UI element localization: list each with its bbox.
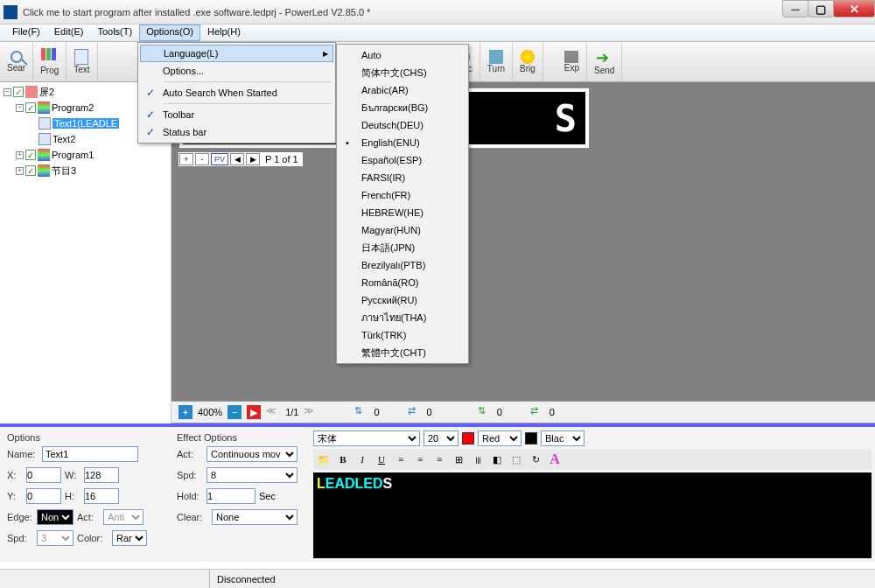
page-prev-button[interactable]: ◀ xyxy=(230,153,244,165)
lang-ar[interactable]: Arabic(AR) xyxy=(339,81,466,99)
minimize-button[interactable]: ─ xyxy=(782,0,808,18)
lang-ro[interactable]: Română(RO) xyxy=(339,274,466,291)
menu-file[interactable]: File(F) xyxy=(5,24,47,41)
align-right-button[interactable]: ≡ xyxy=(430,451,448,468)
tool-prog[interactable]: Prog xyxy=(33,43,66,81)
lang-fr[interactable]: French(FR) xyxy=(339,186,466,204)
edge-act-select[interactable]: Anti xyxy=(103,509,144,525)
align-left-button[interactable]: ≡ xyxy=(392,451,410,468)
tree-expand-icon[interactable]: + xyxy=(16,151,24,159)
size-select[interactable]: 20 xyxy=(424,430,458,446)
tool-text[interactable]: Text xyxy=(66,43,97,81)
tree-checkbox[interactable]: ✓ xyxy=(25,165,36,176)
bg-color-select[interactable]: Blac xyxy=(541,430,584,446)
tool-send[interactable]: ➔Send xyxy=(587,43,622,81)
tree-checkbox[interactable]: ✓ xyxy=(25,150,36,160)
lang-ru[interactable]: Русский(RU) xyxy=(339,291,466,309)
tree-root[interactable]: 屏2 xyxy=(39,86,54,99)
close-button[interactable]: ✕ xyxy=(833,0,875,18)
edge-spd-select[interactable]: 3 xyxy=(37,530,74,546)
lang-chs[interactable]: 简体中文(CHS) xyxy=(339,64,466,81)
tree-program1[interactable]: Program1 xyxy=(52,150,94,160)
text-effect-button[interactable]: A xyxy=(546,451,564,468)
lang-ir[interactable]: FARSI(IR) xyxy=(339,169,466,186)
lang-he[interactable]: HEBREW(HE) xyxy=(339,204,466,221)
lang-jpn[interactable]: 日本語(JPN) xyxy=(339,239,466,256)
menu-statusbar[interactable]: ✓Status bar xyxy=(140,123,333,141)
tree-text1[interactable]: Text1(LEADLE xyxy=(52,118,119,129)
spacing-button[interactable]: ⫼ xyxy=(469,451,486,468)
spd-select[interactable]: 8 xyxy=(206,467,298,483)
tree-checkbox[interactable]: ✓ xyxy=(25,102,36,113)
menu-autosearch[interactable]: ✓Auto Search When Started xyxy=(140,84,333,102)
text-color-select[interactable]: Red xyxy=(478,430,522,446)
menu-options-sub[interactable]: Options... xyxy=(140,62,333,80)
lang-tha[interactable]: ภาษาไทย(THA) xyxy=(339,309,466,326)
effect2-button[interactable]: ⬚ xyxy=(508,451,525,468)
lang-auto[interactable]: Auto xyxy=(339,46,466,64)
tree-item3[interactable]: 节目3 xyxy=(52,164,76,178)
page-add-button[interactable]: + xyxy=(179,153,193,165)
zoom-out-icon[interactable]: − xyxy=(228,405,242,419)
tool-search[interactable]: Sear xyxy=(0,43,33,81)
prev-frame-icon[interactable]: ≪ xyxy=(266,405,280,419)
tool-exp[interactable]: Exp xyxy=(557,43,587,81)
open-file-button[interactable]: 📁 xyxy=(315,451,332,468)
page-remove-button[interactable]: - xyxy=(195,153,209,165)
menu-language[interactable]: Language(L)▶ xyxy=(140,45,333,62)
underline-button[interactable]: U xyxy=(373,451,390,468)
program-icon xyxy=(38,102,50,114)
text-preview[interactable]: LEADLEDS xyxy=(313,472,872,558)
edge-select[interactable]: Non xyxy=(37,509,74,525)
tree-text2[interactable]: Text2 xyxy=(52,134,75,144)
page-next-button[interactable]: ▶ xyxy=(246,153,260,165)
lang-enu[interactable]: •English(ENU) xyxy=(339,134,466,151)
refresh-button[interactable]: ↻ xyxy=(527,451,544,468)
leftright-icon[interactable]: ⇄ xyxy=(408,405,422,419)
tree-expand-icon[interactable]: − xyxy=(4,88,11,96)
lang-ptb[interactable]: Brezilyalı(PTB) xyxy=(339,256,466,274)
hold-input[interactable] xyxy=(206,488,256,504)
menu-edit[interactable]: Edit(E) xyxy=(47,24,91,41)
play-icon[interactable]: ▶ xyxy=(247,405,261,419)
font-select[interactable]: 宋体 xyxy=(313,430,420,446)
lang-bg[interactable]: Български(BG) xyxy=(339,99,466,116)
updown-icon[interactable]: ⇅ xyxy=(478,405,492,419)
effect-section-title: Effect Options xyxy=(177,432,304,443)
bold-button[interactable]: B xyxy=(334,451,352,468)
tree-program2[interactable]: Program2 xyxy=(52,102,94,113)
lang-deu[interactable]: Deutsch(DEU) xyxy=(339,116,466,134)
page-info: P 1 of 1 xyxy=(262,154,302,164)
act-select[interactable]: Continuous mov xyxy=(206,446,298,462)
tool-turn[interactable]: Turn xyxy=(480,43,513,81)
updown-icon[interactable]: ⇅ xyxy=(354,405,368,419)
page-preview-button[interactable]: PV xyxy=(211,153,228,165)
leftright-icon[interactable]: ⇄ xyxy=(530,405,544,419)
next-frame-icon[interactable]: ≫ xyxy=(304,405,318,419)
name-input[interactable] xyxy=(42,446,138,462)
menu-help[interactable]: Help(H) xyxy=(200,24,248,41)
zoom-in-icon[interactable]: + xyxy=(178,405,192,419)
lang-esp[interactable]: Español(ESP) xyxy=(339,151,466,169)
align-center-button[interactable]: ≡ xyxy=(411,451,429,468)
effect1-button[interactable]: ◧ xyxy=(488,451,506,468)
lang-cht[interactable]: 繁體中文(CHT) xyxy=(339,344,466,361)
menu-toolbar[interactable]: ✓Toolbar xyxy=(140,106,333,123)
valign-button[interactable]: ⊞ xyxy=(450,451,467,468)
italic-button[interactable]: I xyxy=(354,451,371,468)
tree-expand-icon[interactable]: − xyxy=(16,104,24,112)
tool-brig[interactable]: Brig xyxy=(513,43,543,81)
tree-expand-icon[interactable]: + xyxy=(16,167,24,175)
y-input[interactable] xyxy=(26,488,61,504)
lang-hun[interactable]: Magyar(HUN) xyxy=(339,221,466,239)
menu-tools[interactable]: Tools(T) xyxy=(90,24,139,41)
w-input[interactable] xyxy=(84,467,119,483)
menu-options[interactable]: Options(O) xyxy=(139,24,200,41)
lang-trk[interactable]: Türk(TRK) xyxy=(339,326,466,344)
tree-checkbox[interactable]: ✓ xyxy=(13,87,24,97)
maximize-button[interactable]: ▢ xyxy=(808,0,834,18)
h-input[interactable] xyxy=(84,488,119,504)
clear-select[interactable]: None xyxy=(212,509,298,525)
x-input[interactable] xyxy=(26,467,61,483)
edge-color-select[interactable]: Rand xyxy=(112,530,147,546)
